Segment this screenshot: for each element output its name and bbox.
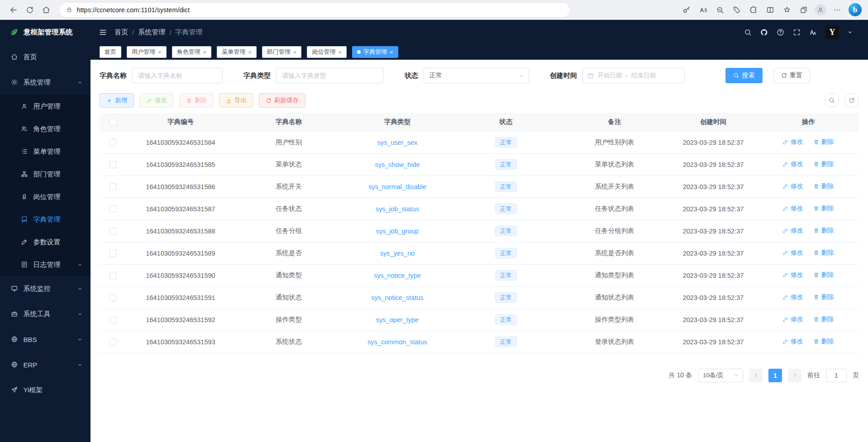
search-button[interactable]: 搜索 <box>725 68 763 83</box>
row-edit-button[interactable]: 修改 <box>782 138 803 146</box>
sidebar-item-system-monitor[interactable]: 系统监控 <box>0 276 91 301</box>
dict-type-input[interactable] <box>276 68 384 83</box>
row-checkbox[interactable] <box>110 139 117 146</box>
user-avatar[interactable]: Y <box>825 25 839 39</box>
zoom-button[interactable] <box>713 3 727 17</box>
row-edit-button[interactable]: 修改 <box>782 204 803 213</box>
row-delete-button[interactable]: 删除 <box>813 271 834 279</box>
row-delete-button[interactable]: 删除 <box>813 160 834 168</box>
dict-type-link[interactable]: sys_yes_no <box>380 250 415 257</box>
edit-button[interactable]: 修改 <box>139 93 174 108</box>
page-size-select[interactable]: 10条/页 <box>698 369 743 382</box>
breadcrumb-home[interactable]: 首页 <box>114 28 128 37</box>
refresh-table-button[interactable] <box>844 93 859 108</box>
row-edit-button[interactable]: 修改 <box>782 227 803 235</box>
tab-post-management[interactable]: 岗位管理 × <box>307 46 347 58</box>
refresh-cache-button[interactable]: 刷新缓存 <box>259 93 305 108</box>
close-icon[interactable]: × <box>158 49 162 55</box>
row-delete-button[interactable]: 删除 <box>813 315 834 323</box>
dict-type-link[interactable]: sys_notice_status <box>371 294 423 301</box>
dict-type-link[interactable]: sys_job_group <box>376 228 419 235</box>
dict-type-link[interactable]: sys_show_hide <box>375 161 420 168</box>
tab-dict-management[interactable]: 字典管理 × <box>352 46 398 58</box>
github-button[interactable] <box>760 29 768 36</box>
page-number-button[interactable]: 1 <box>768 369 782 382</box>
user-menu-button[interactable] <box>848 30 853 35</box>
dict-type-link[interactable]: sys_job_status <box>376 205 419 213</box>
status-select[interactable]: 正常 <box>424 68 529 83</box>
dict-type-link[interactable]: sys_notice_type <box>374 272 421 279</box>
prev-page-button[interactable] <box>749 369 763 382</box>
sidebar-item-system-tools[interactable]: 系统工具 <box>0 301 91 327</box>
sidebar-item-yi-framework[interactable]: Yi框架 <box>0 377 91 403</box>
row-edit-button[interactable]: 修改 <box>782 160 803 168</box>
row-checkbox[interactable] <box>110 338 117 346</box>
reset-button[interactable]: 重置 <box>773 68 811 83</box>
row-checkbox[interactable] <box>110 272 117 279</box>
sidebar-item-param-settings[interactable]: 参数设置 <box>0 231 91 253</box>
sidebar-item-dict-management[interactable]: 字典管理 <box>0 208 91 231</box>
row-checkbox[interactable] <box>110 161 117 168</box>
dict-type-link[interactable]: sys_oper_type <box>376 316 419 323</box>
next-page-button[interactable] <box>788 369 801 382</box>
date-range-picker[interactable]: 开始日期 - 结束日期 <box>582 68 685 83</box>
sidebar-item-role-management[interactable]: 角色管理 <box>0 118 91 140</box>
select-all-checkbox[interactable] <box>110 119 117 126</box>
header-search-button[interactable] <box>744 29 752 36</box>
breadcrumb-system-management[interactable]: 系统管理 <box>138 28 165 37</box>
goto-page-input[interactable] <box>826 369 847 382</box>
split-screen-button[interactable] <box>763 3 777 17</box>
dict-type-link[interactable]: sys_normal_disable <box>368 183 426 190</box>
row-checkbox[interactable] <box>110 183 117 190</box>
sidebar-item-home[interactable]: 首页 <box>0 44 91 70</box>
sidebar-item-post-management[interactable]: 岗位管理 <box>0 185 91 208</box>
bing-chat-button[interactable]: b <box>849 3 862 16</box>
row-edit-button[interactable]: 修改 <box>782 293 803 301</box>
close-icon[interactable]: × <box>338 49 342 55</box>
browser-back-button[interactable] <box>6 3 21 17</box>
row-delete-button[interactable]: 删除 <box>813 293 834 301</box>
hamburger-icon[interactable] <box>99 28 107 37</box>
row-edit-button[interactable]: 修改 <box>782 249 803 257</box>
row-checkbox[interactable] <box>110 294 117 301</box>
password-key-button[interactable] <box>679 3 694 17</box>
toggle-search-button[interactable] <box>825 93 839 108</box>
address-bar[interactable]: https://ccnetcore.com:1101/system/dict <box>59 2 570 18</box>
row-delete-button[interactable]: 删除 <box>813 182 834 190</box>
browser-menu-button[interactable] <box>830 3 844 17</box>
row-edit-button[interactable]: 修改 <box>782 315 803 323</box>
sidebar-item-dept-management[interactable]: 部门管理 <box>0 163 91 185</box>
browser-home-button[interactable] <box>39 3 53 17</box>
fullscreen-button[interactable] <box>793 29 801 36</box>
tab-home[interactable]: 首页 <box>100 46 121 58</box>
favorites-button[interactable] <box>780 3 794 17</box>
read-aloud-button[interactable] <box>696 3 711 17</box>
row-edit-button[interactable]: 修改 <box>782 182 803 190</box>
tab-dept-management[interactable]: 部门管理 × <box>262 46 302 58</box>
row-edit-button[interactable]: 修改 <box>782 271 803 279</box>
row-edit-button[interactable]: 修改 <box>782 337 803 346</box>
sidebar-item-user-management[interactable]: 用户管理 <box>0 95 91 118</box>
collections-button[interactable] <box>796 3 811 17</box>
row-checkbox[interactable] <box>110 250 117 257</box>
tab-role-management[interactable]: 角色管理 × <box>172 46 212 58</box>
sidebar-item-erp[interactable]: ERP <box>0 352 91 377</box>
tab-menu-management[interactable]: 菜单管理 × <box>217 46 257 58</box>
row-delete-button[interactable]: 删除 <box>813 249 834 257</box>
close-icon[interactable]: × <box>203 49 207 55</box>
close-icon[interactable]: × <box>293 49 297 55</box>
font-size-button[interactable] <box>809 29 817 36</box>
sidebar-item-system-management[interactable]: 系统管理 <box>0 70 91 95</box>
extensions-button[interactable] <box>746 3 761 17</box>
row-delete-button[interactable]: 删除 <box>813 204 834 213</box>
sidebar-item-menu-management[interactable]: 菜单管理 <box>0 140 91 163</box>
row-delete-button[interactable]: 删除 <box>813 227 834 235</box>
export-button[interactable]: 导出 <box>219 93 253 108</box>
help-button[interactable] <box>777 29 784 36</box>
close-icon[interactable]: × <box>390 49 393 55</box>
browser-refresh-button[interactable] <box>23 3 37 17</box>
browser-profile-button[interactable] <box>813 3 828 17</box>
row-checkbox[interactable] <box>110 228 117 235</box>
sidebar-item-log-management[interactable]: 日志管理 <box>0 253 91 276</box>
row-checkbox[interactable] <box>110 316 117 323</box>
